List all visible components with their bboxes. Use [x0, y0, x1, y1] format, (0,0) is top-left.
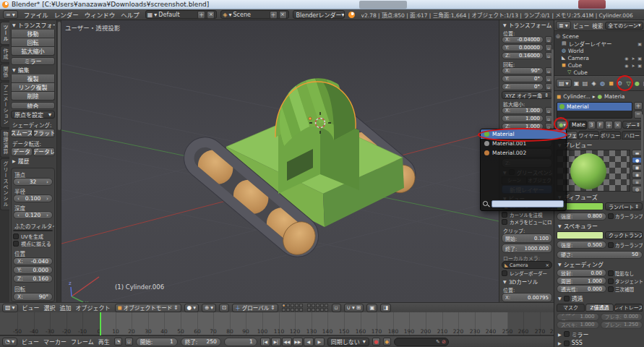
- breadcrumb-material[interactable]: Materia: [604, 93, 624, 100]
- lock-icon[interactable]: ▫: [545, 36, 552, 43]
- outliner-restriction-icons[interactable]: ▣: [637, 41, 644, 46]
- properties-tab-icon[interactable]: ◼: [607, 78, 616, 88]
- pivot-align-toggle[interactable]: ⊡: [219, 304, 229, 312]
- clear-icon[interactable]: ×: [546, 262, 549, 268]
- location-field[interactable]: X:-0.040: [13, 257, 53, 265]
- snap-dropdown[interactable]: ∪▾⊞: [344, 304, 364, 312]
- menu-item[interactable]: ファイル: [22, 10, 51, 19]
- checkbox[interactable]: [564, 331, 570, 337]
- outliner-row[interactable]: ◍ World: [554, 47, 644, 54]
- join-button[interactable]: 統合: [11, 102, 55, 109]
- outliner-filter-dropdown[interactable]: 全てのシーン▾: [605, 22, 643, 30]
- transparency-field[interactable]: スペキ:1.000: [557, 321, 599, 329]
- scale-field[interactable]: X:1.000: [502, 107, 544, 114]
- hardness-slider[interactable]: 硬さ:50: [557, 251, 643, 259]
- operator-number-field[interactable]: ‹0.100›: [13, 194, 53, 202]
- transparency-field[interactable]: フレネ:0.000: [601, 313, 643, 321]
- layer-buttons[interactable]: [282, 304, 303, 312]
- data-transfer-button[interactable]: データレ: [33, 147, 55, 156]
- properties-tab-icon[interactable]: ⚙: [616, 78, 624, 88]
- location-field[interactable]: Z:0.16000: [502, 52, 544, 59]
- npanel-cursor-header[interactable]: ▼3Dカーソル: [502, 278, 552, 285]
- outliner-row[interactable]: ◣ Camera ◉ ➤ ▣: [554, 54, 644, 61]
- tool-shelf-scrollbar[interactable]: [56, 20, 61, 302]
- outliner-menu-item[interactable]: 検索: [592, 22, 603, 30]
- playback-button[interactable]: ▶|: [271, 338, 281, 346]
- keying-set-button[interactable]: ◆: [383, 338, 391, 346]
- rotation-field[interactable]: X:90°: [502, 67, 544, 74]
- transparency-panel-header[interactable]: ▼透過: [557, 294, 643, 302]
- render-opengl-button[interactable]: ▣: [366, 304, 377, 312]
- rotation-mode-dropdown[interactable]: XYZ オイラー角⇕: [502, 91, 552, 99]
- scene-selector[interactable]: ◈▾ Scene ＋ ×: [220, 10, 288, 19]
- tool-shelf-tab[interactable]: アニメーション: [0, 82, 9, 128]
- shading-number-field[interactable]: 放射:0.00: [557, 269, 606, 277]
- material-slot-list[interactable]: Material: [557, 102, 632, 119]
- checkbox[interactable]: [608, 270, 614, 276]
- editor-type-button[interactable]: ≣▾: [556, 21, 571, 30]
- npanel-checkbox-row[interactable]: カメラをビューにロ...: [502, 218, 552, 226]
- outliner-row[interactable]: ◼ Cube ◉ ➤ ▣: [554, 61, 644, 69]
- pivot-dropdown[interactable]: ⊕▾: [202, 304, 216, 312]
- checkbox[interactable]: [502, 270, 507, 276]
- properties-tab-icon[interactable]: ▦: [642, 78, 644, 88]
- delete-layout-button[interactable]: ×: [207, 11, 215, 19]
- lock-time-toggle[interactable]: ▫: [125, 338, 133, 346]
- frame-start-field[interactable]: 開始:1: [136, 338, 178, 346]
- diffuse-intensity-slider[interactable]: 強度:0.800: [557, 213, 606, 220]
- checkbox[interactable]: [13, 241, 19, 247]
- npanel-checkbox-row[interactable]: カーソルを注視: [502, 211, 552, 218]
- transform-tool-button[interactable]: 拡大縮小: [11, 47, 55, 56]
- fake-user-button[interactable]: F: [596, 121, 604, 129]
- tool-shelf-tab[interactable]: ツール: [0, 22, 9, 45]
- viewport-menu-item[interactable]: オブジェクト: [74, 304, 112, 312]
- add-scene-button[interactable]: ＋: [270, 11, 278, 19]
- diffuse-panel-header[interactable]: ▼ディフューズ: [557, 193, 643, 201]
- viewport-menu-item[interactable]: 選択: [43, 304, 57, 312]
- viewport-menu-item[interactable]: ビュー: [21, 304, 41, 312]
- specular-panel-header[interactable]: ▼スペキュラー: [557, 222, 643, 230]
- new-material-button[interactable]: ＋: [605, 121, 613, 129]
- dropdown-search-input[interactable]: [491, 200, 564, 207]
- checkbox[interactable]: [502, 212, 507, 218]
- transparency-field[interactable]: ブレン:1.250: [601, 321, 643, 329]
- outliner-row[interactable]: ▤ レンダーレイヤー ▣: [554, 40, 644, 47]
- edit-tool-button[interactable]: 削除: [11, 92, 55, 100]
- shading-button[interactable]: フラット: [33, 129, 55, 137]
- menu-item[interactable]: レンダー: [52, 10, 81, 19]
- layer-buttons[interactable]: [307, 304, 328, 312]
- scale-field[interactable]: Y:1.000: [502, 115, 544, 122]
- material-dropdown-item[interactable]: Material: [481, 129, 566, 139]
- tool-shelf-tab[interactable]: グリースペンシル: [0, 158, 9, 210]
- orientation-dropdown[interactable]: ＋グローバル⇕: [232, 304, 278, 312]
- panel-header-history[interactable]: ▶履歴: [11, 158, 55, 164]
- current-frame-field[interactable]: 1: [224, 338, 257, 346]
- location-field[interactable]: Y:0.00000: [502, 44, 544, 51]
- delete-key-icon[interactable]: ⊘: [442, 339, 446, 345]
- current-frame-marker[interactable]: [100, 312, 101, 335]
- specular-ramp-row[interactable]: カラーランプ: [608, 241, 643, 249]
- properties-scrollbar[interactable]: [641, 114, 643, 201]
- transparency-mode-tab[interactable]: Z値透過: [585, 304, 614, 312]
- outliner-restriction-icons[interactable]: ◉ ➤ ▣: [624, 56, 644, 61]
- outliner-restriction-icons[interactable]: ◉ ➤ ▣: [624, 63, 644, 68]
- properties-tab-icon[interactable]: ●: [633, 78, 642, 88]
- shading-button[interactable]: スムーズ: [11, 129, 33, 137]
- outliner-row[interactable]: ▽ Cube: [554, 69, 644, 75]
- checkbox[interactable]: [608, 213, 614, 219]
- clip-end-field[interactable]: 終了:1000.000: [502, 244, 552, 253]
- window-titlebar[interactable]: Blender* [C:¥Users¥anazawa¥Downloads¥scr…: [0, 0, 644, 9]
- location-field[interactable]: Y:0.000: [13, 266, 53, 274]
- operator-number-field[interactable]: ‹32›: [13, 178, 53, 186]
- checkbox[interactable]: [564, 340, 570, 346]
- sss-panel-header[interactable]: ▶SSS: [557, 340, 643, 347]
- mirror-button[interactable]: ミラー: [11, 57, 55, 64]
- edit-tool-button[interactable]: リンク複製: [11, 83, 55, 92]
- editor-type-button[interactable]: ≡▾: [3, 10, 18, 19]
- checkbox[interactable]: [608, 278, 614, 284]
- transform-tool-button[interactable]: 移動: [11, 30, 55, 38]
- operator-checkbox-row[interactable]: UVを生成: [13, 233, 53, 240]
- checkbox[interactable]: [13, 234, 19, 239]
- transparency-field[interactable]: アルファ:1.000: [557, 313, 599, 321]
- menu-item[interactable]: ウィンドウ: [82, 10, 118, 19]
